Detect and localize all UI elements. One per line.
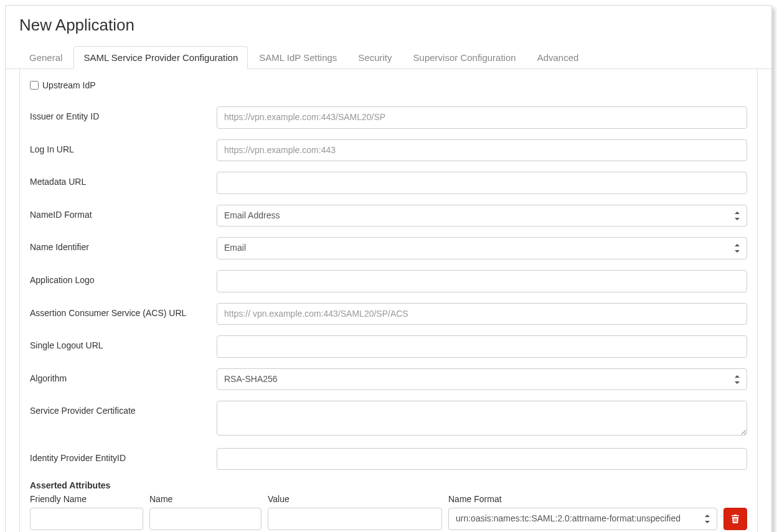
- attr-name-format-select[interactable]: urn:oasis:names:tc:SAML:2.0:attrname-for…: [448, 508, 717, 530]
- nameid-format-select[interactable]: Email Address: [217, 205, 747, 227]
- metadata-url-label: Metadata URL: [30, 172, 217, 187]
- single-logout-url-label: Single Logout URL: [30, 335, 217, 350]
- tab-supervisor-configuration[interactable]: Supervisor Configuration: [403, 46, 526, 69]
- page-title: New Application: [19, 16, 771, 35]
- tab-advanced[interactable]: Advanced: [527, 46, 589, 69]
- col-name-format-label: Name Format: [448, 494, 717, 504]
- login-url-input[interactable]: [217, 139, 747, 162]
- idp-entity-id-label: Identity Provider EntityID: [30, 448, 217, 463]
- issuer-input[interactable]: [217, 106, 747, 129]
- attr-name-input[interactable]: [149, 508, 261, 530]
- upstream-idp-checkbox[interactable]: [30, 81, 39, 90]
- asserted-attributes-heading: Asserted Attributes: [30, 480, 747, 490]
- tab-security[interactable]: Security: [348, 46, 402, 69]
- metadata-url-input[interactable]: [217, 172, 747, 194]
- tab-content: Upstream IdP Issuer or Entity ID Log In …: [19, 69, 758, 532]
- tab-saml-sp-config[interactable]: SAML Service Provider Configuration: [73, 46, 248, 69]
- trash-icon: [731, 514, 740, 524]
- idp-entity-id-input[interactable]: [217, 448, 747, 470]
- application-logo-label: Application Logo: [30, 270, 217, 285]
- algorithm-select[interactable]: RSA-SHA256: [217, 368, 747, 391]
- name-identifier-label: Name Identifier: [30, 237, 217, 252]
- acs-url-label: Assertion Consumer Service (ACS) URL: [30, 303, 217, 318]
- tab-bar: General SAML Service Provider Configurat…: [6, 46, 771, 69]
- acs-url-input[interactable]: [217, 303, 747, 325]
- sp-certificate-label: Service Provider Certificate: [30, 401, 217, 416]
- col-value-label: Value: [268, 494, 442, 504]
- upstream-idp-field[interactable]: Upstream IdP: [30, 80, 96, 90]
- issuer-label: Issuer or Entity ID: [30, 106, 217, 121]
- tab-saml-idp-settings[interactable]: SAML IdP Settings: [249, 46, 347, 69]
- asserted-attributes-table: Friendly Name Name Value Name Format urn…: [30, 494, 747, 530]
- sp-certificate-textarea[interactable]: [217, 401, 747, 435]
- algorithm-label: Algorithm: [30, 368, 217, 383]
- col-friendly-name-label: Friendly Name: [30, 494, 143, 504]
- upstream-idp-label: Upstream IdP: [42, 80, 96, 90]
- login-url-label: Log In URL: [30, 139, 217, 154]
- name-identifier-select[interactable]: Email: [217, 237, 747, 259]
- attr-value-input[interactable]: [268, 508, 442, 530]
- modal-panel: New Application General SAML Service Pro…: [5, 5, 772, 532]
- tab-general[interactable]: General: [19, 46, 72, 69]
- nameid-format-label: NameID Format: [30, 205, 217, 220]
- single-logout-url-input[interactable]: [217, 335, 747, 358]
- application-logo-input[interactable]: [217, 270, 747, 292]
- delete-attribute-button[interactable]: [723, 508, 747, 530]
- attr-friendly-name-input[interactable]: [30, 508, 143, 530]
- col-name-label: Name: [149, 494, 261, 504]
